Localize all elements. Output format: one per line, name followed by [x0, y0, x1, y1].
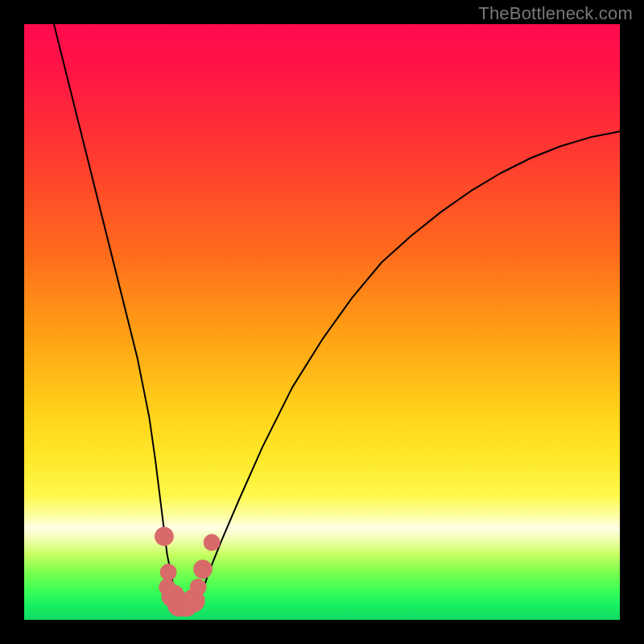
curve-marker	[193, 559, 213, 579]
bottleneck-curve	[54, 24, 620, 608]
curve-marker	[204, 534, 221, 551]
plot-area	[24, 24, 620, 620]
curve-marker	[190, 579, 207, 596]
watermark-text: TheBottleneck.com	[478, 3, 633, 24]
curve-marker	[160, 564, 177, 580]
curve-svg	[24, 24, 620, 620]
curve-marker	[155, 527, 174, 547]
marker-group	[155, 527, 221, 617]
chart-frame: TheBottleneck.com	[0, 0, 644, 644]
